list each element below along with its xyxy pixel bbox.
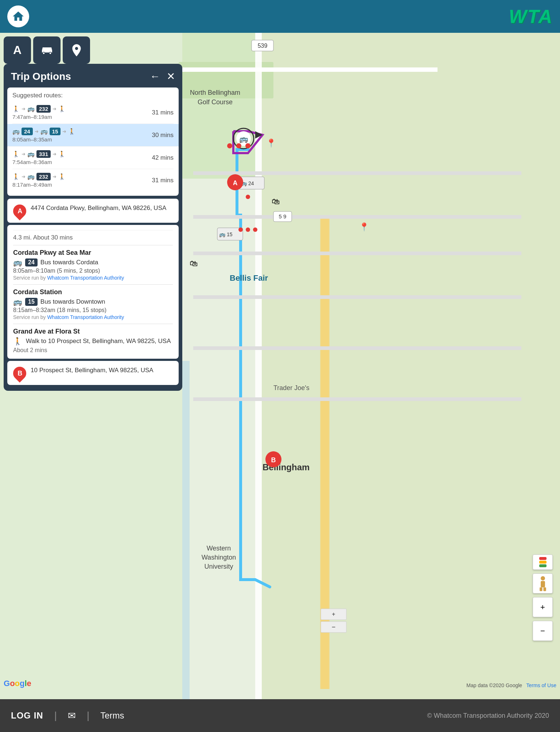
svg-point-38: [233, 128, 254, 149]
svg-point-41: [227, 143, 232, 148]
route-3-duration: 42 mins: [152, 154, 174, 161]
svg-text:−: −: [332, 623, 336, 631]
svg-rect-28: [273, 211, 292, 222]
svg-point-44: [229, 184, 234, 188]
trip-panel-header: Trip Options ← ✕: [4, 64, 182, 87]
location-mode-button[interactable]: [63, 36, 90, 64]
svg-text:A: A: [233, 179, 238, 187]
google-logo: Google: [4, 679, 31, 688]
svg-rect-4: [179, 62, 273, 98]
distance-summary-section: 4.3 mi. About 30 mins Cordata Pkwy at Se…: [7, 225, 179, 359]
svg-text:Western: Western: [207, 545, 231, 552]
svg-rect-9: [321, 215, 329, 689]
svg-text:🛍: 🛍: [272, 197, 280, 206]
svg-rect-14: [193, 295, 521, 299]
destination-address-section: B 10 Prospect St, Bellingham, WA 98225, …: [7, 361, 179, 385]
walk-icon: 🚶: [13, 337, 22, 346]
svg-text:🛍: 🛍: [190, 259, 198, 268]
stop-2-times: 8:15am–8:32am (18 mins, 15 stops): [13, 307, 173, 314]
walk-instruction: Walk to 10 Prospect St, Bellingham, WA 9…: [26, 337, 171, 346]
svg-text:🚌: 🚌: [239, 135, 248, 143]
stop-2-service: Service run by Whatcom Transportation Au…: [13, 314, 173, 320]
svg-rect-62: [540, 587, 542, 591]
route-4-time: 8:17am–8:49am: [12, 182, 66, 188]
route-option-3[interactable]: 🚶 ➜ 🚌 331 ➜ 🚶 7:54am–8:36am 42 mins: [12, 147, 174, 169]
terms-of-use-link[interactable]: Terms of Use: [526, 682, 556, 688]
traffic-light-control[interactable]: [533, 554, 553, 570]
svg-text:5 9: 5 9: [279, 213, 287, 219]
route-2-duration: 30 mins: [152, 132, 174, 139]
suggested-routes-box: Suggested routes: 🚶 ➜ 🚌 232 ➜ 🚶 7:47am–8…: [7, 87, 179, 196]
route-option-4[interactable]: 🚶 ➜ 🚌 232 ➜ 🚶 8:17am–8:49am 31 mins: [12, 169, 174, 191]
svg-point-39: [236, 131, 251, 146]
text-mode-button[interactable]: A: [4, 36, 31, 64]
email-icon[interactable]: ✉: [68, 710, 76, 721]
svg-rect-61: [541, 581, 545, 587]
svg-text:B: B: [271, 456, 276, 464]
svg-rect-8: [255, 33, 262, 699]
svg-point-47: [246, 227, 250, 232]
route-4-duration: 31 mins: [152, 177, 174, 184]
svg-rect-30: [239, 177, 264, 189]
svg-rect-13: [193, 252, 521, 255]
trip-panel-title: Trip Options: [11, 71, 71, 82]
svg-rect-63: [543, 587, 546, 591]
header: WTA: [0, 0, 560, 33]
drive-mode-button[interactable]: [33, 36, 61, 64]
svg-text:539: 539: [258, 43, 268, 49]
street-view-control[interactable]: [533, 573, 553, 593]
route-option-2[interactable]: 🚌 24 ➜ 🚌 15 ➜ 🚶 8:05am–8:35am 30 mins: [7, 124, 179, 147]
copyright-text: © Whatcom Transportation Authority 2020: [427, 712, 549, 720]
zoom-out-button[interactable]: −: [533, 621, 553, 641]
svg-text:📍: 📍: [266, 138, 276, 148]
route-1-icons: 🚶 ➜ 🚌 232 ➜ 🚶: [12, 105, 66, 113]
svg-point-59: [49, 52, 51, 54]
svg-point-43: [245, 143, 250, 148]
origin-marker-a: A: [11, 202, 29, 221]
map-attribution: Map data ©2020 Google Terms of Use: [466, 682, 556, 688]
svg-point-48: [253, 227, 257, 232]
bottom-bar: LOG IN | ✉ | Terms © Whatcom Transportat…: [0, 699, 560, 732]
svg-text:Bellingham: Bellingham: [262, 462, 310, 472]
svg-rect-26: [252, 40, 273, 51]
divider-1: |: [54, 710, 57, 721]
walk-location-name: Grand Ave at Flora St: [13, 328, 173, 335]
stop-2-authority-link[interactable]: Whatcom Transportation Authority: [47, 314, 124, 320]
route-3-time: 7:54am–8:36am: [12, 159, 66, 165]
stop-2-name: Cordata Station: [13, 288, 173, 296]
route-4-icons: 🚶 ➜ 🚌 232 ➜ 🚶: [12, 173, 66, 180]
login-button[interactable]: LOG IN: [11, 710, 43, 721]
wta-logo: WTA: [509, 5, 553, 27]
svg-text:Bellis Fair: Bellis Fair: [230, 273, 268, 283]
stop-2-towards: Bus towards Downtown: [40, 298, 105, 305]
terms-link[interactable]: Terms: [100, 710, 124, 721]
close-button[interactable]: ✕: [167, 70, 175, 82]
stop-1-authority-link[interactable]: Whatcom Transportation Authority: [47, 275, 124, 281]
route-1-duration: 31 mins: [152, 109, 174, 116]
destination-marker-b: B: [11, 364, 29, 383]
svg-rect-32: [217, 228, 243, 240]
divider-2: |: [87, 710, 89, 721]
route-2-time: 8:05am–8:35am: [12, 136, 75, 143]
home-button[interactable]: [7, 5, 29, 27]
route-option-1[interactable]: 🚶 ➜ 🚌 232 ➜ 🚶 7:47am–8:19am 31 mins: [12, 101, 174, 124]
stop-1-bus-number: 24: [25, 258, 38, 266]
svg-rect-15: [193, 346, 521, 350]
svg-text:North Bellingham: North Bellingham: [190, 89, 240, 96]
back-button[interactable]: ←: [150, 71, 160, 82]
route-1-badge: 232: [36, 105, 51, 113]
stop-1-service: Service run by Whatcom Transportation Au…: [13, 275, 173, 281]
distance-summary: 4.3 mi. About 30 mins: [13, 230, 173, 241]
svg-text:Washington: Washington: [202, 554, 236, 561]
route-3-icons: 🚶 ➜ 🚌 331 ➜ 🚶: [12, 150, 66, 158]
map-controls: + −: [533, 554, 553, 641]
walk-duration: About 2 mins: [13, 347, 173, 354]
svg-rect-7: [255, 67, 438, 72]
svg-point-36: [265, 451, 281, 467]
svg-point-46: [238, 227, 243, 232]
zoom-in-button[interactable]: +: [533, 597, 553, 617]
origin-address-section: A 4474 Cordata Pkwy, Bellingham, WA 9822…: [7, 199, 179, 223]
route-2-badge2: 15: [50, 128, 61, 135]
suggested-label: Suggested routes:: [12, 92, 174, 99]
stop-1-section: Cordata Pkwy at Sea Mar 🚌 24 Bus towards…: [13, 249, 173, 281]
